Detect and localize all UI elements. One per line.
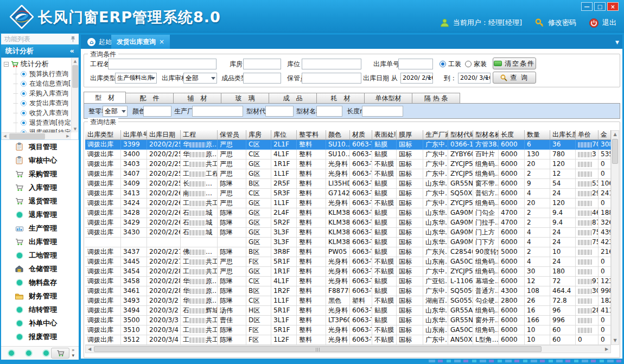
table-row[interactable]: G区3L3F整料KLM38176063-T5贴膜国标山东华…GA90M09.门下… [85, 238, 611, 247]
table-row[interactable]: 调拨出库34132020/2/26南…严思C区5R3F整料G714226063-… [85, 189, 611, 199]
scroll-left-icon[interactable]: ◀ [86, 346, 93, 353]
table-row[interactable]: 调拨出库35002020/3/3工共工程曹佳D区3L1F整料LT3P606063… [85, 316, 611, 325]
scroll-up-icon[interactable]: ▲ [612, 131, 619, 138]
sidebar-item-出库管理[interactable]: 出库管理 [1, 235, 79, 248]
column-header-工程[interactable]: 工程 [181, 130, 218, 140]
maximize-button[interactable]: □ [594, 2, 606, 11]
tree-item[interactable]: 预算执行查询 [14, 69, 68, 79]
sidebar-item-财务管理[interactable]: 财务管理 [1, 289, 79, 303]
column-header-整零料[interactable]: 整零料 [297, 130, 326, 140]
clear-conditions-button[interactable]: 清空条件 [493, 58, 536, 69]
table-row[interactable]: 调拨出库34452020/2/27工共工程严思F区5R1F整料光身料6063-T… [85, 257, 611, 267]
tab-close-icon[interactable]: × [159, 38, 164, 46]
table-row[interactable]: 调拨出库34242020/2/26工共工程严思G区1L1F整料光身料6063-T… [85, 199, 611, 208]
scroll-down-icon[interactable]: ▼ [72, 126, 79, 132]
table-row[interactable]: 调拨出库34092020/2/25长…陈琳B区2R5F整料LI35HD6063-… [85, 179, 611, 189]
whole-part-combo[interactable]: 全部 [103, 106, 128, 117]
sidebar-item-补单中心[interactable]: 补单中心 [1, 316, 79, 330]
grid-vscroll-thumb[interactable] [612, 139, 618, 164]
module-dot-icon[interactable] [25, 349, 33, 357]
material-tab-配件[interactable]: 配 件 [126, 93, 174, 104]
profile-code-input[interactable] [265, 106, 294, 117]
sidebar-item-物料盘存[interactable]: 物料盘存 [1, 276, 79, 289]
sidebar-item-退货管理[interactable]: 退货管理 [1, 194, 79, 208]
profile-name-input[interactable] [316, 106, 342, 117]
material-tab-单体型材[interactable]: 单体型材 [365, 93, 412, 104]
order-no-input[interactable] [398, 59, 433, 69]
sidebar-item-入库管理[interactable]: 入库管理 [1, 181, 79, 194]
tree-vscroll-thumb[interactable] [72, 65, 78, 88]
table-row[interactable]: 调拨出库34932020/3/2华原…陈琳C区1L1F整料黑色塑料不贴膜国标湖南… [85, 296, 611, 306]
sidebar-item-仓储管理[interactable]: 仓储管理 [1, 262, 79, 276]
sidebar-item-项目管理[interactable]: 项目管理 [1, 140, 79, 154]
table-row[interactable]: 调拨出库33992020/2/25华原…严思C区2L1F整料SU10…6063-… [85, 140, 611, 150]
warehouse-input[interactable] [243, 59, 281, 69]
tree-vertical-scrollbar[interactable]: ▲ ▼ [71, 58, 78, 132]
scroll-down-icon[interactable]: ▼ [612, 337, 619, 344]
table-row[interactable]: 调拨出库34002020/2/25华原…严思C区4L1F整料SU10…6063-… [85, 150, 611, 159]
tree-root-statistics[interactable]: − 统计分析 [4, 59, 49, 69]
column-header-长度[interactable]: 长度 [499, 130, 525, 140]
tab-shipping-outbound-query[interactable]: 发货出库查询 × [111, 35, 170, 49]
table-row[interactable]: 调拨出库34942020/3/2石辉城汤伟H区5R1F整料光身料6063-T5贴… [85, 306, 611, 316]
column-header-材质[interactable]: 材质 [350, 130, 372, 140]
column-header-单价[interactable]: 单价 [576, 130, 598, 140]
module-dot-icon[interactable] [8, 349, 15, 357]
column-header-出库单号[interactable]: 出库单号 [121, 130, 147, 140]
material-tab-型材[interactable]: 型 材 [84, 92, 126, 104]
table-row[interactable]: 调拨出库34542020/2/28工共工程严思G区1R1F整料光身料6063-T… [85, 267, 611, 277]
tree-horizontal-scrollbar[interactable]: ◀ ▶ [2, 132, 71, 139]
collapse-icon[interactable]: « [70, 44, 74, 58]
grid-vertical-scrollbar[interactable]: ▲ ▼ [611, 130, 619, 345]
sidebar-item-报废管理[interactable]: 报废管理 [1, 330, 79, 343]
tree-item[interactable]: 退货查询[待定] [14, 118, 71, 127]
column-header-型材代码[interactable]: 型材代码 [448, 130, 473, 140]
table-row[interactable]: 调拨出库34032020/2/25工共工程严思G区1R1F整料光身料6063-T… [85, 159, 611, 169]
sidebar-item-审核中心[interactable]: 审核中心 [1, 154, 79, 167]
sidebar-section-header[interactable]: 统计分析 « [1, 44, 79, 58]
tree-hscroll-thumb[interactable] [9, 133, 45, 139]
minimize-button[interactable]: — [581, 2, 593, 11]
sidebar-item-结转管理[interactable]: 结转管理 [1, 303, 79, 316]
search-button[interactable]: 查 询 [493, 72, 536, 84]
table-row[interactable]: 调拨出库34292020/2/26石城陈琳G区5R2F整料KLM38176063… [85, 218, 611, 228]
sidebar-item-生产管理[interactable]: 生产管理 [1, 221, 79, 235]
tree-item[interactable]: 退库管理[待定] [14, 127, 71, 132]
keeper-input[interactable] [302, 73, 361, 84]
pin-icon[interactable] [71, 36, 75, 42]
table-row[interactable]: 调拨出库34372020/2/27佛…陈琳B区3R8F整料PW056063-T5… [85, 247, 611, 257]
tab-list-dropdown-icon[interactable]: ▼ [615, 40, 619, 45]
column-header-膜厚[interactable]: 膜厚 [397, 130, 423, 140]
material-tab-成品[interactable]: 成 品 [269, 93, 317, 104]
sidebar-item-采购管理[interactable]: 采购管理 [1, 167, 79, 181]
product-type-input[interactable] [243, 73, 281, 84]
table-row[interactable]: 调拨出库35122020/3/4工共工程陈琳F区1L2F整料光身料6063-T5… [85, 335, 611, 345]
sidebar-item-工地管理[interactable]: 工地管理 [1, 248, 79, 262]
color-input[interactable] [143, 106, 171, 117]
table-row[interactable]: 调拨出库34612020/2/28华原…陈琳B区1R2F整料F8877FT606… [85, 286, 611, 296]
material-tab-玻璃[interactable]: 玻 璃 [221, 93, 269, 104]
maker-input[interactable] [192, 106, 243, 117]
scroll-right-icon[interactable]: ▶ [65, 133, 71, 140]
material-tab-辅材[interactable]: 辅 材 [174, 93, 221, 104]
column-header-金[interactable]: 金 [598, 130, 611, 140]
grid-horizontal-scrollbar[interactable]: ◀ ▶ [85, 345, 611, 353]
column-header-颜色[interactable]: 颜色 [326, 130, 350, 140]
column-header-数量[interactable]: 数量 [525, 130, 550, 140]
project-name-input[interactable] [108, 59, 217, 69]
scroll-left-icon[interactable]: ◀ [2, 133, 8, 140]
out-audit-combo[interactable]: 全部 [183, 73, 217, 84]
date-from-picker[interactable]: 2020/ 2/16 [400, 73, 433, 84]
close-button[interactable]: × [607, 2, 619, 11]
tree-item[interactable]: 发货出库查询 [14, 98, 68, 108]
tree-expander-icon[interactable]: − [4, 62, 9, 67]
table-row[interactable]: 调拨出库34282020/2/26石城陈琳G区2L4F整料KLM38176063… [85, 208, 611, 218]
column-header-出库日期[interactable]: 出库日期 [147, 130, 181, 140]
radio-jiazhuang[interactable]: 家装 [465, 59, 487, 69]
length-input[interactable] [362, 106, 403, 117]
table-row[interactable]: 调拨出库35102020/3/4工共工程陈琳F区5R1F整料光身料6063-T5… [85, 325, 611, 335]
column-header-出库长度[interactable]: 出库长度 [550, 130, 576, 140]
cart-module-button[interactable] [51, 348, 69, 359]
column-header-库位[interactable]: 库位 [271, 130, 297, 140]
table-row[interactable]: 调拨出库34582020/2/28华原…陈琳C区4L1F整料光身料6063-T5… [85, 277, 611, 286]
